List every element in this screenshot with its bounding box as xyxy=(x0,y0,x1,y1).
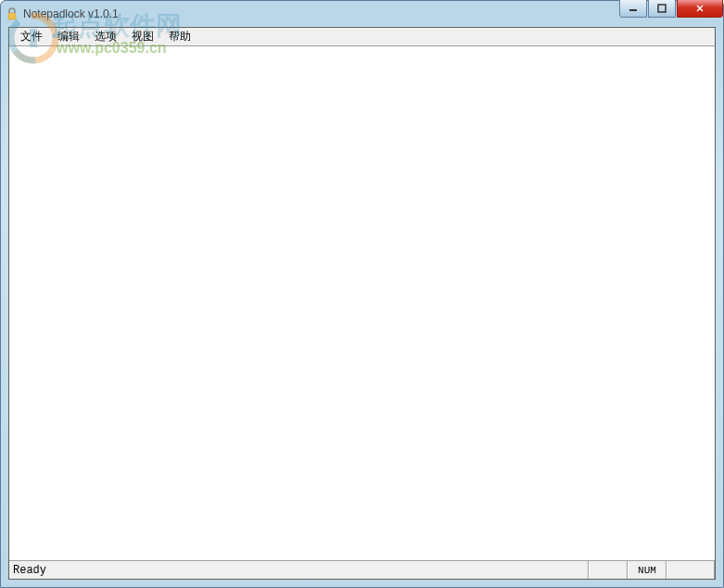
menu-edit[interactable]: 编辑 xyxy=(50,27,87,46)
editor-textarea[interactable] xyxy=(9,46,715,560)
menu-view[interactable]: 视图 xyxy=(124,27,161,46)
menubar: 文件 编辑 选项 视图 帮助 xyxy=(9,28,715,46)
maximize-button[interactable] xyxy=(648,0,676,18)
minimize-button[interactable] xyxy=(619,0,647,18)
svg-rect-0 xyxy=(8,13,16,19)
svg-rect-2 xyxy=(658,5,666,12)
titlebar[interactable]: Notepadlock v1.0.1 xyxy=(1,1,723,27)
statusbar: Ready NUM xyxy=(9,560,715,579)
content-area: 文件 编辑 选项 视图 帮助 Ready NUM xyxy=(8,27,716,580)
status-cell-1 xyxy=(589,561,628,579)
menu-options[interactable]: 选项 xyxy=(87,27,124,46)
menu-help[interactable]: 帮助 xyxy=(161,27,198,46)
window-controls xyxy=(619,0,723,18)
status-ready: Ready xyxy=(9,561,589,579)
application-window: Notepadlock v1.0.1 文件 编辑 选项 视图 帮助 Ready … xyxy=(0,0,724,588)
menu-file[interactable]: 文件 xyxy=(13,27,50,46)
window-title: Notepadlock v1.0.1 xyxy=(23,7,719,20)
app-icon xyxy=(5,6,19,21)
status-cell-3 xyxy=(667,561,715,579)
status-numlock: NUM xyxy=(628,561,667,579)
close-button[interactable] xyxy=(677,0,723,18)
